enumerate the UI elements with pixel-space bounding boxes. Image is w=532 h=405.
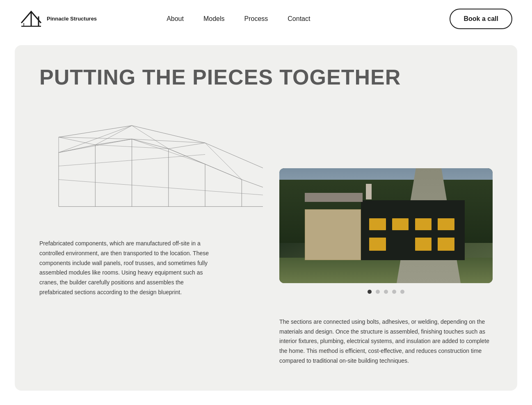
svg-line-13 [132, 139, 169, 149]
nav-item-process[interactable]: Process [244, 15, 268, 23]
nav-link-process[interactable]: Process [244, 15, 268, 22]
nav-link-about[interactable]: About [167, 15, 184, 22]
house-right-wall [361, 200, 465, 260]
nav-item-about[interactable]: About [167, 15, 184, 23]
ground-bg [279, 258, 493, 283]
house-body [305, 200, 465, 260]
description-paragraph-2: The sections are connected using bolts, … [279, 317, 493, 366]
svg-line-27 [169, 143, 205, 149]
left-section: Prefabricated components, which are manu… [39, 103, 263, 297]
house-left-wall [305, 209, 361, 260]
page-title: PUTTING THE PIECES TOGETHER [39, 65, 493, 89]
window-1 [369, 218, 386, 230]
window-3 [415, 218, 432, 230]
window-4 [438, 218, 454, 230]
svg-line-16 [242, 180, 263, 188]
carousel-dot-1[interactable] [368, 290, 372, 294]
chimney [366, 184, 372, 199]
nav-item-contact[interactable]: Contact [288, 15, 310, 23]
svg-line-33 [59, 180, 263, 195]
carousel-dot-2[interactable] [376, 290, 380, 294]
bottom-text-section: The sections are connected using bolts, … [39, 317, 493, 366]
svg-line-18 [132, 126, 205, 143]
window-2 [392, 218, 409, 230]
content-top-section: Prefabricated components, which are manu… [39, 103, 493, 297]
nav-item-models[interactable]: Models [203, 15, 225, 23]
logo-text: Pinnacle Structures [47, 16, 97, 23]
carousel-dot-5[interactable] [400, 290, 404, 294]
roof-left [305, 193, 362, 202]
nav-link-models[interactable]: Models [203, 15, 225, 22]
main-content: PUTTING THE PIECES TOGETHER [15, 45, 517, 391]
book-call-button[interactable]: Book a call [450, 9, 512, 29]
nav-links: About Models Process Contact [167, 15, 310, 23]
house-photo-inner [279, 168, 493, 283]
carousel-dot-4[interactable] [392, 290, 396, 294]
carousel-dots [368, 290, 404, 294]
svg-line-19 [205, 143, 263, 168]
svg-line-26 [132, 139, 205, 143]
window-6 [415, 238, 432, 251]
nav-link-contact[interactable]: Contact [288, 15, 310, 22]
window-5 [369, 238, 386, 251]
svg-line-11 [59, 145, 95, 153]
description-paragraph-1: Prefabricated components, which are manu… [39, 239, 216, 297]
right-image-section [279, 168, 493, 294]
blueprint-svg [39, 103, 263, 226]
svg-line-28 [205, 143, 242, 179]
navigation: Pinnacle Structures About Models Process… [0, 0, 532, 38]
logo[interactable]: Pinnacle Structures [20, 7, 97, 30]
logo-icon [20, 7, 43, 30]
house-photo [279, 168, 493, 283]
blueprint-diagram [39, 103, 263, 226]
svg-line-22 [59, 137, 132, 139]
carousel-dot-3[interactable] [384, 290, 388, 294]
window-7 [438, 238, 454, 251]
